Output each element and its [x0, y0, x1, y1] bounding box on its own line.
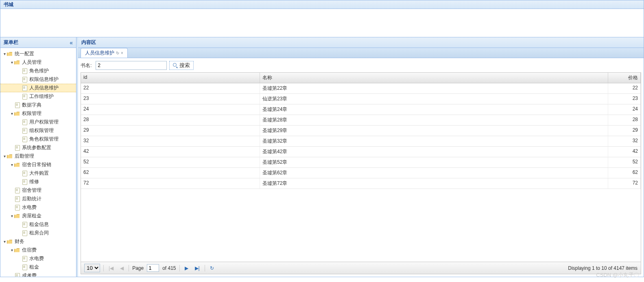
page-icon: [22, 179, 28, 185]
table-row[interactable]: 29圣墟第29章29: [81, 126, 641, 136]
tree-node[interactable]: 角色维护: [0, 67, 76, 75]
folder-icon: [14, 162, 21, 168]
tree-node[interactable]: 租金: [0, 263, 76, 271]
tree-node-label: 住宿费: [22, 247, 37, 254]
last-page-icon[interactable]: ▶|: [193, 265, 201, 271]
page-input[interactable]: [147, 264, 159, 272]
content-title: 内容区: [81, 39, 96, 46]
reload-icon[interactable]: ↻: [208, 265, 216, 271]
grid-body: 22圣墟第22章2223仙逆第23章2324圣墟第24章2428圣墟第28章28…: [81, 83, 641, 262]
table-cell: 圣墟第72章: [260, 178, 608, 189]
table-row[interactable]: 42圣墟第42章42: [81, 147, 641, 157]
tree-node[interactable]: 数据字典: [0, 101, 76, 109]
tree-node[interactable]: 角色权限管理: [0, 135, 76, 143]
tree-node[interactable]: 维修: [0, 178, 76, 186]
table-row[interactable]: 23仙逆第23章23: [81, 94, 641, 104]
tree-node[interactable]: 成考费: [0, 271, 76, 277]
col-header-price[interactable]: 价格: [608, 73, 641, 83]
tab-active[interactable]: 人员信息维护 ↻ ×: [81, 48, 128, 58]
close-icon[interactable]: ×: [121, 51, 123, 55]
tree-node-label: 用户权限管理: [29, 119, 59, 126]
tree-node-label: 数据字典: [22, 102, 41, 108]
expand-toggle-icon[interactable]: ▾: [9, 214, 14, 218]
tree-node[interactable]: 系统参数配置: [0, 143, 76, 152]
tree-node[interactable]: 用户权限管理: [0, 118, 76, 126]
page-icon: [22, 265, 28, 270]
table-cell: 29: [608, 126, 641, 136]
toolbar: 书名: 搜索: [78, 59, 644, 72]
table-cell: 28: [608, 115, 641, 125]
tree-node[interactable]: 工作组维护: [0, 92, 76, 101]
tree-node-label: 角色维护: [29, 67, 49, 74]
page-icon: [22, 119, 28, 125]
first-page-icon[interactable]: |◀: [107, 265, 115, 271]
tree-node[interactable]: 组权限管理: [0, 126, 76, 135]
search-button[interactable]: 搜索: [169, 61, 194, 70]
tree-node[interactable]: 后勤统计: [0, 195, 76, 203]
app-header: 书城: [0, 0, 644, 9]
table-cell: 圣墟第32章: [260, 136, 608, 146]
expand-toggle-icon[interactable]: ▾: [2, 52, 7, 56]
tree-node[interactable]: 宿舍管理: [0, 186, 76, 195]
search-label: 书名:: [81, 62, 92, 69]
folder-icon: [14, 247, 21, 253]
tree-node[interactable]: ▾后勤管理: [0, 152, 76, 161]
separator: [129, 265, 129, 271]
expand-toggle-icon[interactable]: ▾: [9, 60, 14, 65]
separator: [205, 265, 205, 271]
prev-page-icon[interactable]: ◀: [118, 265, 125, 271]
expand-toggle-icon[interactable]: ▾: [9, 163, 14, 167]
table-row[interactable]: 24圣墟第24章24: [81, 104, 641, 115]
table-row[interactable]: 28圣墟第28章28: [81, 115, 641, 126]
tree-node-label: 权限信息维护: [29, 76, 59, 83]
tree-node-label: 后勤管理: [15, 153, 34, 160]
tree-node[interactable]: ▾房屋租金: [0, 212, 76, 220]
tree-node[interactable]: 人员信息维护: [0, 84, 76, 92]
folder-icon: [7, 239, 13, 245]
tree-node[interactable]: 租金信息: [0, 220, 76, 229]
tree-node-label: 系统参数配置: [22, 144, 51, 151]
tree-node-label: 宿舍日常报销: [22, 161, 51, 168]
tree-node-label: 成考费: [22, 272, 37, 277]
table-row[interactable]: 22圣墟第22章22: [81, 83, 641, 94]
tree-node[interactable]: 水电费: [0, 254, 76, 263]
page-icon: [14, 102, 21, 108]
content-area: 内容区 人员信息维护 ↻ × 书名: 搜索 id 名称: [76, 37, 644, 277]
expand-toggle-icon[interactable]: ▾: [9, 248, 14, 252]
tree-node[interactable]: ▾财务: [0, 237, 76, 246]
page-size-select[interactable]: 10: [84, 264, 100, 272]
separator: [179, 265, 180, 271]
expand-toggle-icon[interactable]: ▾: [2, 239, 7, 244]
search-input[interactable]: [96, 61, 167, 70]
table-row[interactable]: 32圣墟第32章32: [81, 136, 641, 147]
next-page-icon[interactable]: ▶: [183, 265, 190, 271]
page-icon: [14, 196, 21, 202]
collapse-left-icon[interactable]: «: [70, 39, 73, 46]
tree-node[interactable]: 大件购置: [0, 169, 76, 178]
refresh-icon[interactable]: ↻: [116, 51, 119, 55]
tree-node[interactable]: ▾权限管理: [0, 109, 76, 118]
page-icon: [22, 85, 28, 91]
tree-node-label: 租金信息: [29, 221, 49, 228]
table-cell: 62: [608, 168, 641, 178]
tree-node[interactable]: ▾统一配置: [0, 50, 76, 58]
page-icon: [22, 230, 28, 236]
col-header-name[interactable]: 名称: [260, 73, 608, 83]
tree-node-label: 大件购置: [29, 170, 49, 177]
col-header-id[interactable]: id: [81, 73, 260, 83]
table-row[interactable]: 72圣墟第72章72: [81, 178, 641, 189]
tree-node[interactable]: 水电费: [0, 203, 76, 212]
pager-info: Displaying 1 to 10 of 4147 items: [568, 265, 637, 271]
table-row[interactable]: 62圣墟第62章62: [81, 168, 641, 178]
tree-node[interactable]: ▾住宿费: [0, 246, 76, 254]
table-row[interactable]: 52圣墟第52章52: [81, 157, 641, 168]
tree-node-label: 水电费: [29, 255, 44, 262]
expand-toggle-icon[interactable]: ▾: [2, 154, 7, 158]
tree-node[interactable]: ▾人员管理: [0, 58, 76, 67]
main-layout: 菜单栏 « ▾统一配置▾人员管理角色维护权限信息维护人员信息维护工作组维护数据字…: [0, 37, 644, 277]
expand-toggle-icon[interactable]: ▾: [9, 111, 14, 116]
tree-node[interactable]: ▾宿舍日常报销: [0, 161, 76, 169]
table-cell: 29: [81, 126, 260, 136]
tree-node[interactable]: 权限信息维护: [0, 75, 76, 84]
tree-node[interactable]: 租房合同: [0, 229, 76, 237]
